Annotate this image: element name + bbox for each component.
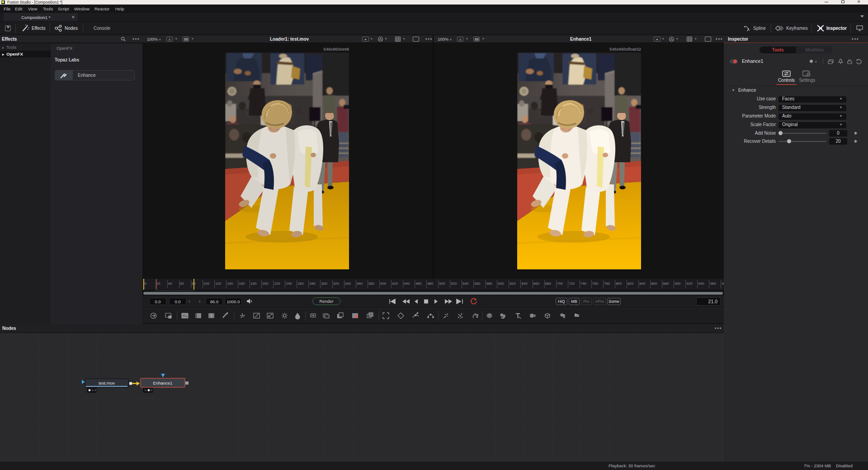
svg-text:Enhance1: Enhance1 xyxy=(153,381,173,385)
svg-text:test.mov: test.mov xyxy=(99,381,115,385)
svg-text:T: T xyxy=(210,314,213,318)
